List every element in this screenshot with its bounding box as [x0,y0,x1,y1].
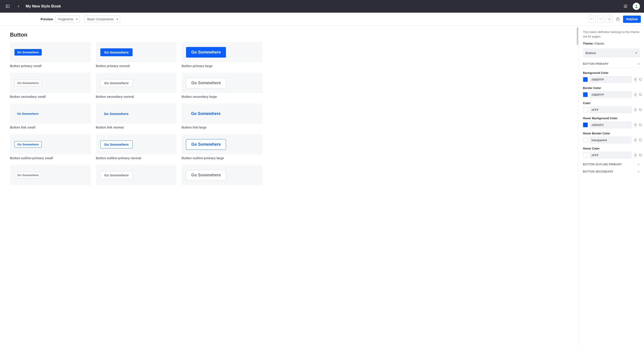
avatar[interactable] [633,3,640,10]
token-picker-icon[interactable]: A [634,107,637,112]
svg-rect-2 [624,5,624,6]
sample-button[interactable]: Go Somewhere [14,141,42,148]
property-row: A [583,91,640,98]
sample-button[interactable]: Go Somewhere [14,49,42,56]
fragments-select[interactable]: Fragments ▲▼ [55,16,80,23]
color-input[interactable] [583,136,632,144]
reset-icon[interactable] [639,93,642,97]
tile: Go Somewhere [10,165,91,185]
property-label: Hover Border Color [583,132,640,135]
color-swatch[interactable] [583,77,588,82]
top-header: My New Style Book [0,0,644,13]
group-header-primary[interactable]: BUTTON PRIMARY [583,62,640,68]
sample-button[interactable]: Go Somewhere [100,48,132,56]
property: Hover ColorA [583,147,640,159]
reset-icon[interactable] [639,123,642,127]
help-icon[interactable] [614,16,621,23]
color-swatch[interactable] [583,122,588,127]
sidebar: This token definition belongs to the the… [578,26,644,346]
components-select[interactable]: Basic Components ▲▼ [84,16,120,23]
token-picker-icon[interactable]: A [634,92,637,97]
back-icon[interactable] [14,2,23,11]
token-picker-icon[interactable]: A [634,77,637,82]
fragments-select-value: Fragments [58,17,73,21]
color-swatch[interactable] [583,92,588,97]
color-value-input[interactable] [589,136,632,144]
token-picker-icon[interactable]: A [634,123,637,127]
reset-icon[interactable] [639,153,642,157]
tile-box: Go Somewhere [96,42,177,62]
sample-button[interactable]: Go Somewhere [100,79,132,87]
group-header-label: BUTTON OUTLINE PRIMARY [583,163,622,166]
svg-point-11 [636,5,637,6]
color-value-input[interactable] [589,121,632,128]
svg-text:A: A [635,94,636,95]
color-input[interactable] [583,91,632,98]
property-label: Hover Background Color [583,116,640,120]
sample-button[interactable]: Go Somewhere [186,78,226,88]
svg-text:A: A [635,79,636,80]
toolbar-right: Publish [589,16,641,23]
color-input[interactable] [583,151,632,159]
sample-button[interactable]: Go Somewhere [186,109,226,119]
scrollbar[interactable] [577,27,578,45]
group-header-label: BUTTON PRIMARY [583,62,608,66]
tile-label: Button outline-primary normal [96,156,177,160]
sample-button[interactable]: Go Somewhere [14,111,41,117]
color-value-input[interactable] [589,151,632,159]
color-input[interactable] [583,106,632,113]
tile: Go SomewhereButton secondary large [182,73,262,98]
sample-button[interactable]: Go Somewhere [14,80,42,86]
group-header-outline-primary[interactable]: BUTTON OUTLINE PRIMARY [583,163,640,166]
reset-icon[interactable] [639,108,642,112]
property-label: Background Color [583,71,640,75]
color-value-input[interactable] [589,106,632,113]
sample-button[interactable]: Go Somewhere [186,170,226,181]
apps-icon[interactable] [621,2,630,11]
token-picker-icon[interactable]: A [634,153,637,157]
svg-rect-0 [6,5,9,8]
sidebar-help-text: This token definition belongs to the the… [583,30,640,39]
tile-label: Button secondary large [182,95,262,98]
components-select-value: Basic Components [87,17,114,21]
tile-label: Button secondary small [10,95,91,98]
history-button[interactable] [606,16,613,23]
sample-button[interactable]: Go Somewhere [14,172,42,179]
sample-button[interactable]: Go Somewhere [186,139,226,150]
color-value-input[interactable] [589,76,632,83]
sample-button[interactable]: Go Somewhere [186,47,226,58]
tile-box: Go Somewhere [10,165,91,185]
group-header-secondary[interactable]: BUTTON SECONDARY [583,170,640,173]
sidebar-toggle-icon[interactable] [3,2,12,11]
tile: Go SomewhereButton outline-primary small [10,134,91,160]
svg-rect-6 [625,6,626,7]
chevron-right-icon [637,163,640,166]
svg-text:A: A [635,154,636,156]
reset-icon[interactable] [639,138,642,142]
preview-label: Preview [40,17,53,21]
svg-rect-5 [624,6,624,7]
main-layout: Button Go SomewhereButton primary smallG… [0,26,644,346]
color-input[interactable] [583,121,632,128]
sample-button[interactable]: Go Somewhere [100,110,132,117]
color-swatch[interactable] [583,107,588,112]
tile: Go Somewhere [96,165,177,185]
header-left: My New Style Book [3,2,61,11]
tile-label: Button outline-primary small [10,156,91,160]
sample-button[interactable]: Go Somewhere [100,140,132,148]
color-swatch[interactable] [583,153,588,158]
sample-button[interactable]: Go Somewhere [100,171,132,179]
category-select[interactable]: Buttons ▲▼ [583,48,640,57]
reset-icon[interactable] [639,77,642,82]
color-input[interactable] [583,76,632,83]
property-label: Border Color [583,86,640,90]
publish-button[interactable]: Publish [623,16,641,23]
tile-box: Go Somewhere [10,73,91,93]
color-value-input[interactable] [589,91,632,98]
undo-button[interactable] [589,16,596,23]
token-picker-icon[interactable]: A [634,138,637,142]
redo-button[interactable] [597,16,604,23]
tile-box: Go Somewhere [96,165,177,185]
svg-rect-7 [626,6,627,7]
color-swatch[interactable] [583,137,588,142]
